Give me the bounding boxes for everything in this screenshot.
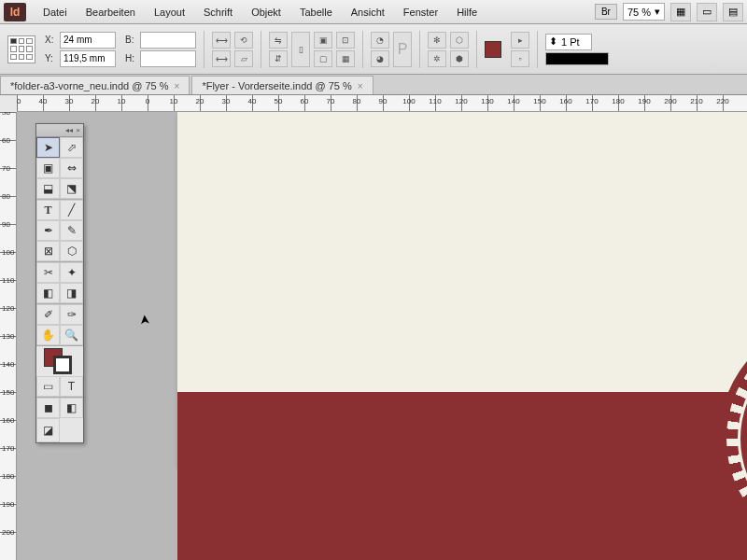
b-label: B: (125, 35, 138, 45)
x-field[interactable] (60, 32, 116, 49)
flip-vertical-icon[interactable]: ⇵ (269, 50, 288, 67)
line-tool[interactable]: ╱ (60, 200, 83, 220)
app-logo: Id (4, 3, 26, 21)
document-tab-bar: *folder-a3-vorne_neu.indd @ 75 %× *Flyer… (0, 75, 747, 95)
menu-tabelle[interactable]: Tabelle (290, 3, 342, 21)
rotate-icon[interactable]: ⟲ (234, 32, 253, 49)
menu-fenster[interactable]: Fenster (394, 3, 447, 21)
document-page[interactable]: C MÜ (177, 112, 747, 467)
y-field[interactable] (60, 50, 116, 67)
scale-y-icon[interactable]: ⟷ (212, 50, 231, 67)
scale-x-icon[interactable]: ⟷ (212, 32, 231, 49)
horizontal-ruler[interactable]: 5040302010010203040506070809010011012013… (17, 95, 747, 112)
gap-tool[interactable]: ⇔ (60, 158, 83, 178)
screen-mode-tool[interactable]: ◪ (36, 418, 60, 442)
document-tab[interactable]: *folder-a3-vorne_neu.indd @ 75 %× (0, 76, 190, 94)
height-field[interactable] (140, 50, 196, 67)
menu-bearbeiten[interactable]: Bearbeiten (77, 3, 145, 21)
menu-bar: Id Datei Bearbeiten Layout Schrift Objek… (0, 0, 747, 24)
swatch-none-icon[interactable]: ▫ (511, 50, 529, 67)
shear-icon[interactable]: ▱ (234, 50, 253, 67)
badge-graphic: C MÜ (719, 317, 747, 560)
swatch-dropdown-icon[interactable]: ▸ (511, 32, 529, 49)
paragraph-icon[interactable]: P (393, 32, 412, 67)
view-options-icon[interactable]: ▦ (670, 3, 691, 21)
page-tool[interactable]: ▣ (36, 158, 60, 178)
control-bar: X: Y: B: H: ⟷ ⟷ ⟲ ▱ ⇋ ⇵ ▯ ▣ ▢ ⊡ ▦ ◔ ◕ P … (0, 24, 747, 75)
formatting-container-icon[interactable]: ▭ (36, 376, 60, 397)
selection-tool[interactable]: ➤ (36, 137, 60, 158)
stroke-weight-field[interactable]: ⬍1 Pt (545, 34, 592, 50)
zoom-level-select[interactable]: 75 %▾ (623, 3, 665, 21)
fit-content-icon[interactable]: ▣ (314, 32, 332, 49)
bridge-button[interactable]: Br (595, 4, 617, 20)
formatting-text-icon[interactable]: T (60, 376, 83, 397)
pen-tool[interactable]: ✒ (36, 220, 60, 241)
apply-gradient-icon[interactable]: ◧ (60, 398, 83, 418)
rectangle-frame-tool[interactable]: ⊠ (36, 241, 60, 261)
fit-frame-icon[interactable]: ▢ (314, 50, 332, 67)
tools-panel-header[interactable]: ◂◂× (36, 124, 83, 137)
vertical-ruler[interactable]: 5060708090100110120130140150160170180190… (0, 112, 17, 560)
pencil-tool[interactable]: ✎ (60, 220, 83, 241)
text-wrap-none-icon[interactable]: ✻ (428, 32, 446, 49)
rectangle-tool[interactable]: ⬡ (60, 241, 83, 261)
menu-schrift[interactable]: Schrift (194, 3, 242, 21)
y-label: Y: (45, 53, 58, 63)
menu-hilfe[interactable]: Hilfe (447, 3, 486, 21)
close-icon[interactable]: × (358, 81, 363, 91)
document-tab[interactable]: *Flyer - Vorderseite.indd @ 75 %× (191, 76, 373, 94)
width-field[interactable] (140, 32, 196, 49)
menu-ansicht[interactable]: Ansicht (342, 3, 394, 21)
close-icon[interactable]: × (175, 81, 180, 91)
fill-swatch[interactable] (485, 41, 501, 58)
type-tool[interactable]: T (36, 200, 60, 220)
content-collector-tool[interactable]: ⬓ (36, 178, 60, 199)
text-wrap-shape-icon[interactable]: ⬡ (450, 32, 469, 49)
gradient-feather-tool[interactable]: ◨ (60, 283, 83, 303)
apply-color-icon[interactable]: ◼ (36, 398, 60, 418)
eyedropper-tool[interactable]: ✑ (60, 304, 83, 325)
reference-point-selector[interactable] (7, 35, 35, 63)
text-wrap-bound-icon[interactable]: ✲ (428, 50, 446, 67)
note-tool[interactable]: ✐ (36, 304, 60, 325)
zoom-tool[interactable]: 🔍 (60, 325, 83, 345)
arrange-documents-icon[interactable]: ▤ (723, 3, 743, 21)
h-label: H: (125, 53, 138, 63)
screen-mode-icon[interactable]: ▭ (697, 3, 717, 21)
ellipse-corner-icon[interactable]: ◔ (371, 32, 389, 49)
fill-frame-icon[interactable]: ▦ (336, 50, 355, 67)
flip-horizontal-icon[interactable]: ⇋ (269, 32, 288, 49)
corner-options-icon[interactable]: ◕ (371, 50, 389, 67)
container-icon[interactable]: ▯ (291, 32, 310, 67)
stroke-style-select[interactable] (545, 52, 609, 65)
mouse-cursor: ➤ (136, 313, 152, 325)
menu-layout[interactable]: Layout (145, 3, 194, 21)
close-icon[interactable]: × (76, 126, 80, 134)
hand-tool[interactable]: ✋ (36, 325, 60, 345)
menu-datei[interactable]: Datei (34, 3, 77, 21)
tools-panel: ◂◂× ➤ ⬀ ▣ ⇔ ⬓ ⬔ T ╱ ✒ ✎ ⊠ ⬡ ✂ ✦ ◧ ◨ ✐ ✑ … (35, 123, 84, 443)
menu-objekt[interactable]: Objekt (242, 3, 290, 21)
center-content-icon[interactable]: ⊡ (336, 32, 355, 49)
x-label: X: (45, 35, 58, 45)
content-placer-tool[interactable]: ⬔ (60, 178, 83, 199)
text-wrap-jump-icon[interactable]: ⬢ (450, 50, 469, 67)
gradient-swatch-tool[interactable]: ◧ (36, 283, 60, 303)
fill-stroke-swatch[interactable] (36, 346, 83, 376)
page-red-band (177, 392, 747, 560)
free-transform-tool[interactable]: ✦ (60, 262, 83, 283)
direct-selection-tool[interactable]: ⬀ (60, 137, 83, 158)
canvas-area[interactable]: C MÜ (17, 112, 747, 560)
collapse-icon[interactable]: ◂◂ (65, 126, 73, 134)
scissors-tool[interactable]: ✂ (36, 262, 60, 283)
